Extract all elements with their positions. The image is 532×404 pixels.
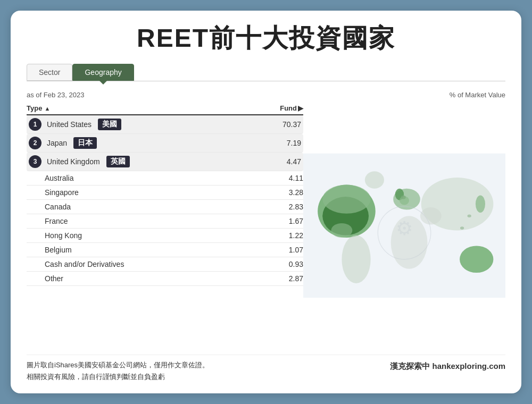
svg-point-15 [460, 226, 464, 229]
country-label: Canada [27, 203, 277, 211]
table-row: Hong Kong1.22 [27, 229, 303, 243]
country-name: Cash and/or Derivatives [45, 260, 124, 268]
brand-label: 漢克探索中 hankexploring.com [390, 359, 505, 373]
fund-label: Fund [280, 104, 297, 112]
svg-point-4 [331, 223, 352, 238]
table-row: Cash and/or Derivatives0.93 [27, 257, 303, 272]
table-row: 2Japan日本7.19 [27, 134, 303, 153]
svg-point-13 [476, 195, 485, 213]
table-header: Type ▲ Fund ▶ [27, 102, 303, 115]
fund-value: 4.11 [277, 174, 303, 182]
rank-badge: 1 [29, 118, 41, 131]
country-name: United States [47, 120, 92, 129]
table-row: Belgium1.07 [27, 243, 303, 257]
fund-value: 1.67 [277, 217, 303, 225]
type-col: Type ▲ [27, 104, 50, 112]
svg-point-10 [401, 195, 406, 199]
rank-badge: 2 [29, 137, 41, 149]
table-row: Singapore3.28 [27, 186, 303, 200]
page-title: REET前十大投資國家 [27, 21, 505, 55]
country-name: Singapore [45, 188, 79, 197]
tab-geography[interactable]: Geography [72, 64, 134, 81]
type-label: Type [27, 104, 42, 112]
svg-point-14 [468, 215, 471, 217]
country-name: Other [45, 274, 63, 283]
country-label: 1United States美國 [29, 118, 275, 131]
svg-text:⚙: ⚙ [396, 218, 413, 240]
chinese-badge: 日本 [73, 137, 97, 149]
fund-arrow: ▶ [298, 104, 303, 112]
fund-value: 0.93 [277, 260, 303, 268]
country-label: Cash and/or Derivatives [27, 260, 277, 268]
market-value-label: % of Market Value [450, 91, 505, 99]
svg-point-17 [460, 246, 493, 273]
table-row: France1.67 [27, 214, 303, 229]
fund-value: 7.19 [275, 139, 301, 147]
fund-value: 3.28 [277, 188, 303, 197]
content-area: Type ▲ Fund ▶ 1United States美國70.372Japa… [27, 102, 505, 349]
chinese-badge: 美國 [98, 119, 121, 130]
sort-arrow[interactable]: ▲ [44, 105, 50, 112]
table-row: 3United Kingdom英國4.47 [27, 153, 303, 171]
table-row: Other2.87 [27, 272, 303, 286]
table-row: 1United States美國70.37 [27, 115, 303, 134]
fund-value: 1.22 [277, 231, 303, 240]
map-area: ⚙ [303, 102, 505, 349]
footer-note: 漢克探索中 hankexploring.com 圖片取自iShares美國安碩基… [27, 355, 505, 383]
country-name: Hong Kong [45, 231, 82, 240]
country-label: 2Japan日本 [29, 137, 275, 149]
date-row: as of Feb 23, 2023 % of Market Value [27, 91, 505, 99]
table-row: Canada2.83 [27, 200, 303, 214]
country-label: 3United Kingdom英國 [29, 155, 275, 168]
tab-bar: Sector Geography [27, 64, 505, 81]
country-name: Canada [45, 203, 71, 211]
fund-value: 70.37 [275, 120, 301, 129]
svg-point-6 [342, 235, 370, 283]
table-row: Australia4.11 [27, 171, 303, 186]
country-label: Other [27, 274, 277, 283]
date-label: as of Feb 23, 2023 [27, 91, 84, 99]
table-rows: 1United States美國70.372Japan日本7.193United… [27, 115, 303, 286]
fund-value: 2.83 [277, 203, 303, 211]
fund-value: 1.07 [277, 246, 303, 254]
svg-point-16 [420, 207, 442, 225]
country-name: Belgium [45, 246, 72, 254]
svg-point-3 [322, 185, 370, 214]
country-name: Japan [47, 139, 67, 147]
country-label: Australia [27, 174, 277, 182]
fund-value: 4.47 [275, 157, 301, 166]
rank-badge: 3 [29, 155, 41, 168]
tab-sector[interactable]: Sector [27, 64, 72, 81]
country-label: Belgium [27, 246, 277, 254]
country-label: Singapore [27, 188, 277, 197]
fund-value: 2.87 [277, 274, 303, 283]
main-card: REET前十大投資國家 Sector Geography as of Feb 2… [11, 11, 521, 393]
country-label: Hong Kong [27, 231, 277, 240]
country-name: France [45, 217, 68, 225]
country-label: France [27, 217, 277, 225]
table-area: Type ▲ Fund ▶ 1United States美國70.372Japa… [27, 102, 303, 349]
country-name: United Kingdom [47, 157, 100, 166]
chinese-badge: 英國 [106, 156, 130, 167]
fund-col: Fund ▶ [280, 104, 303, 112]
svg-point-5 [365, 171, 384, 189]
country-name: Australia [45, 174, 73, 182]
